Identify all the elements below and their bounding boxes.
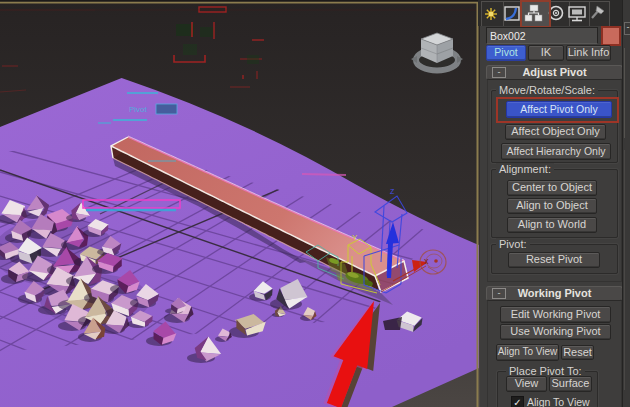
svg-text:Z: Z: [390, 188, 395, 195]
svg-text:Y: Y: [352, 233, 358, 242]
svg-text:Pivot: Pivot: [129, 105, 148, 114]
svg-text:x: x: [424, 256, 429, 266]
